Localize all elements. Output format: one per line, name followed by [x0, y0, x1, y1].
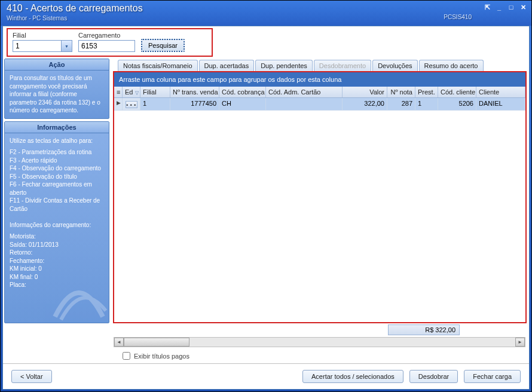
load-line: Retorno: [10, 249, 104, 257]
shortcut-line: F6 - Fechar carregamentos em aberto [10, 180, 104, 197]
load-heading: Informações do carregamento: [10, 221, 104, 229]
main-layout: Ação Para consultar os títulos de um car… [3, 59, 529, 323]
decorative-swirl-icon [49, 263, 109, 323]
edit-row-button[interactable]: ● ● ● [126, 101, 137, 108]
info-panel-title: Informações [5, 122, 109, 133]
tab-notas-fiscais[interactable]: Notas fiscais/Romaneio [118, 60, 198, 71]
window-code: PCSIS410 [444, 14, 472, 20]
col-prest[interactable]: Prest. [415, 87, 438, 97]
horizontal-scrollbar[interactable]: ◄ ► [114, 337, 525, 347]
filial-input[interactable] [13, 42, 61, 50]
search-panel: Filial ▼ Carregamento Pesquisar [7, 28, 213, 57]
grid-footer-area: R$ 322,00 ◄ ► [114, 324, 525, 347]
carregamento-label: Carregamento [78, 32, 135, 39]
scroll-left-icon[interactable]: ◄ [114, 338, 124, 347]
voltar-button[interactable]: < Voltar [11, 370, 52, 383]
row-indicator-icon: ▶ [114, 98, 123, 111]
cell-adm [266, 98, 343, 111]
desdobrar-button[interactable]: Desdobrar [409, 370, 458, 383]
cell-cobranca: CH [219, 98, 266, 111]
right-area: Notas fiscais/Romaneio Dup. acertadas Du… [111, 59, 529, 323]
total-value: R$ 322,00 [388, 324, 460, 335]
col-adm-cartao[interactable]: Cód. Adm. Cartão [266, 87, 343, 97]
table-row[interactable]: ▶ ● ● ● 1 1777450 CH 322,00 287 1 5206 D… [114, 98, 525, 111]
grid-header-row: ≡ Ed ▽ Filial Nº trans. venda Cód. cobra… [114, 87, 525, 98]
shortcut-line: F5 - Observação do título [10, 173, 104, 181]
scroll-track[interactable] [124, 338, 515, 347]
acao-panel-body: Para consultar os títulos de um carregam… [5, 71, 109, 118]
fechar-carga-button[interactable]: Fechar carga [464, 370, 521, 383]
col-cod-cliente[interactable]: Cód. cliente [438, 87, 476, 97]
maximize-icon[interactable]: □ [506, 3, 516, 11]
col-valor[interactable]: Valor [343, 87, 387, 97]
shortcut-line: F11 - Dividir Contas a Receber de Cartão [10, 197, 104, 213]
content-area: Filial ▼ Carregamento Pesquisar Ação Par… [2, 26, 530, 390]
grid-empty-area [114, 111, 525, 322]
tab-dup-acertadas[interactable]: Dup. acertadas [199, 60, 255, 71]
minimize-icon[interactable]: _ [494, 3, 504, 11]
info-panel: Informações Utilize as teclas de atalho … [4, 121, 109, 324]
pesquisar-button[interactable]: Pesquisar [141, 39, 185, 52]
scroll-thumb[interactable] [124, 338, 189, 347]
tab-devolucoes[interactable]: Devoluções [372, 60, 417, 71]
group-by-bar[interactable]: Arraste uma coluna para este campo para … [114, 72, 525, 87]
titlebar: 410 - Acertos de carregamentos Winthor -… [1, 1, 531, 26]
cell-cliente: DANIEL [476, 98, 525, 111]
col-ed[interactable]: Ed ▽ [123, 87, 140, 97]
chevron-down-icon[interactable]: ▼ [61, 41, 72, 51]
scroll-right-icon[interactable]: ► [515, 338, 525, 347]
shortcut-line: F2 - Parametrizações da rotina [10, 148, 104, 157]
acertar-todos-button[interactable]: Acertar todos / selecionados [302, 370, 403, 383]
filial-label: Filial [13, 32, 72, 39]
col-cliente[interactable]: Cliente [476, 87, 525, 97]
cell-edit[interactable]: ● ● ● [123, 98, 140, 111]
acao-panel: Ação Para consultar os títulos de um car… [4, 59, 109, 119]
exibir-pagos-checkbox[interactable] [123, 352, 130, 360]
shortcut-line: F4 - Observação do carregamento [10, 164, 104, 173]
col-trans[interactable]: Nº trans. venda [170, 87, 219, 97]
cell-valor: 322,00 [343, 98, 387, 111]
sort-desc-icon: ▽ [135, 90, 139, 96]
load-line: Motorista: [10, 232, 104, 241]
tab-desdobramento: Desdobramento [314, 60, 371, 71]
filial-combobox[interactable]: ▼ [13, 40, 72, 52]
exibir-pagos-label: Exibir títulos pagos [134, 353, 189, 360]
cell-nota: 287 [387, 98, 415, 111]
cell-prest: 1 [415, 98, 438, 111]
shortcuts-heading: Utilize as teclas de atalho para: [10, 137, 104, 145]
tab-dup-pendentes[interactable]: Dup. pendentes [255, 60, 313, 71]
restore-icon[interactable]: ⇱ [482, 3, 492, 11]
col-cobranca[interactable]: Cód. cobrança [219, 87, 266, 97]
window-controls: ⇱ _ □ ✕ [482, 3, 528, 11]
col-filial[interactable]: Filial [140, 87, 170, 97]
load-line: Saída: 01/11/2013 [10, 241, 104, 249]
close-icon[interactable]: ✕ [518, 3, 528, 11]
bottom-button-bar: < Voltar Acertar todos / selecionados De… [3, 363, 529, 389]
data-grid: ≡ Ed ▽ Filial Nº trans. venda Cód. cobra… [114, 87, 525, 322]
acao-panel-title: Ação [5, 59, 109, 71]
action-button-group: Acertar todos / selecionados Desdobrar F… [302, 370, 521, 383]
carregamento-input[interactable] [78, 40, 135, 52]
col-nota[interactable]: Nº nota [387, 87, 415, 97]
app-window: 410 - Acertos de carregamentos Winthor -… [0, 0, 532, 392]
shortcut-line: F3 - Acerto rápido [10, 157, 104, 165]
filial-field-group: Filial ▼ [13, 32, 72, 52]
cell-trans: 1777450 [170, 98, 219, 111]
exibir-pagos-row: Exibir títulos pagos [123, 352, 529, 360]
tab-content: Arraste uma coluna para este campo para … [113, 71, 527, 323]
tab-resumo[interactable]: Resumo do acerto [419, 60, 484, 71]
carregamento-field-group: Carregamento [78, 32, 135, 52]
total-bar: R$ 322,00 [114, 324, 525, 335]
window-title: 410 - Acertos de carregamentos [7, 3, 525, 14]
cell-filial: 1 [140, 98, 170, 111]
sidebar: Ação Para consultar os títulos de um car… [3, 59, 111, 323]
tab-bar: Notas fiscais/Romaneio Dup. acertadas Du… [111, 60, 529, 71]
cell-cod-cliente: 5206 [438, 98, 476, 111]
grid-options-icon[interactable]: ≡ [114, 87, 123, 97]
